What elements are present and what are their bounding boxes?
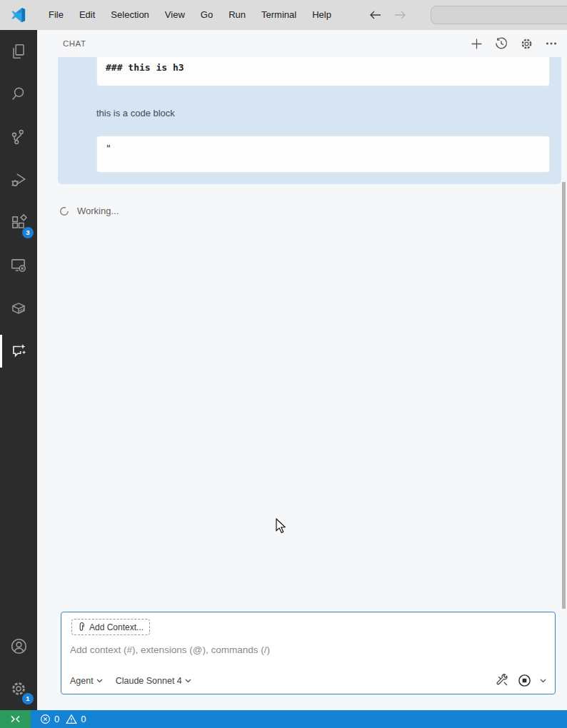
sidebar-item-remote-explorer[interactable] xyxy=(0,244,37,287)
warning-icon xyxy=(66,714,77,724)
sidebar-item-explorer[interactable] xyxy=(0,30,37,73)
plus-icon xyxy=(471,38,483,50)
model-picker[interactable]: Claude Sonnet 4 xyxy=(116,676,191,686)
stop-icon xyxy=(518,674,531,687)
back-arrow-icon[interactable] xyxy=(369,10,382,20)
tools-icon[interactable] xyxy=(496,674,509,687)
menu-terminal[interactable]: Terminal xyxy=(254,0,304,30)
vertical-scrollbar[interactable] xyxy=(562,182,566,609)
sidebar-item-chat[interactable] xyxy=(0,330,37,373)
vscode-window: File Edit Selection View Go Run Terminal… xyxy=(0,0,567,728)
chat-mode-picker[interactable]: Agent xyxy=(70,676,103,686)
title-bar: File Edit Selection View Go Run Terminal… xyxy=(0,0,567,30)
add-context-button[interactable]: Add Context... xyxy=(71,619,150,635)
new-chat-button[interactable] xyxy=(469,36,483,51)
user-request-bubble: ### this is h3 this is a code block " xyxy=(58,57,561,184)
source-control-icon xyxy=(9,128,28,146)
problems-status[interactable]: 0 0 xyxy=(40,710,89,728)
working-status: Working... xyxy=(59,206,119,216)
sidebar-item-extensions[interactable]: 3 xyxy=(0,201,37,244)
forward-arrow-icon xyxy=(393,10,406,20)
history-icon xyxy=(495,37,508,50)
mode-label: Agent xyxy=(70,676,94,686)
activity-bar: 3 xyxy=(0,30,37,710)
search-icon xyxy=(9,85,28,103)
remote-indicator[interactable] xyxy=(0,710,31,728)
code-block[interactable]: " xyxy=(96,136,550,173)
warning-count: 0 xyxy=(81,714,86,724)
spinner-icon xyxy=(59,206,69,216)
code-block[interactable]: ### this is h3 xyxy=(96,57,550,86)
manage-badge: 1 xyxy=(22,693,34,704)
command-center-search[interactable] xyxy=(431,6,567,24)
menu-edit[interactable]: Edit xyxy=(71,0,103,30)
sidebar-item-source-control[interactable] xyxy=(0,116,37,158)
sidebar-item-search[interactable] xyxy=(0,73,37,116)
send-options-chevron-icon[interactable] xyxy=(540,679,546,683)
model-label: Claude Sonnet 4 xyxy=(116,676,182,686)
menu-bar: File Edit Selection View Go Run Terminal… xyxy=(41,0,339,30)
files-icon xyxy=(9,42,28,61)
error-count: 0 xyxy=(54,714,59,724)
menu-run[interactable]: Run xyxy=(221,0,254,30)
configure-chat-button[interactable] xyxy=(519,36,533,51)
account-icon xyxy=(9,637,29,656)
more-actions-button[interactable] xyxy=(544,36,558,51)
debug-icon xyxy=(9,171,28,189)
mouse-cursor xyxy=(274,518,288,535)
chat-input-placeholder[interactable]: Add context (#), extensions (@), command… xyxy=(70,644,546,655)
chat-input-box[interactable]: Add Context... Add context (#), extensio… xyxy=(61,612,556,694)
chat-history-button[interactable] xyxy=(494,36,508,51)
panel-title: CHAT xyxy=(63,39,86,48)
remote-explorer-icon xyxy=(9,256,28,275)
chat-panel-header: CHAT xyxy=(37,30,567,57)
menu-file[interactable]: File xyxy=(41,0,71,30)
chevron-down-icon xyxy=(185,679,191,683)
menu-help[interactable]: Help xyxy=(304,0,339,30)
chevron-down-icon xyxy=(96,679,103,683)
menu-go[interactable]: Go xyxy=(193,0,221,30)
request-text: this is a code block xyxy=(96,108,550,118)
menu-selection[interactable]: Selection xyxy=(103,0,156,30)
menu-view[interactable]: View xyxy=(157,0,193,30)
sidebar-item-manage[interactable]: 1 xyxy=(0,667,37,710)
stop-button[interactable] xyxy=(518,674,531,687)
working-label: Working... xyxy=(77,206,119,216)
chat-sparkle-icon xyxy=(9,342,28,360)
gear-icon xyxy=(520,37,533,51)
extensions-badge: 3 xyxy=(22,227,34,238)
vscode-logo-icon xyxy=(11,7,26,23)
status-bar: 0 0 xyxy=(0,710,567,728)
chat-message-list[interactable]: ### this is h3 this is a code block " Wo… xyxy=(37,57,567,612)
chat-panel: CHAT xyxy=(37,30,567,710)
error-icon xyxy=(40,714,51,724)
paperclip-icon xyxy=(78,622,85,632)
sidebar-item-containers[interactable] xyxy=(0,287,37,330)
remote-icon xyxy=(10,714,21,724)
sidebar-item-accounts[interactable] xyxy=(0,625,37,667)
container-icon xyxy=(9,299,28,318)
add-context-label: Add Context... xyxy=(89,622,144,632)
ellipsis-icon xyxy=(546,38,557,49)
sidebar-item-run-debug[interactable] xyxy=(0,158,37,201)
